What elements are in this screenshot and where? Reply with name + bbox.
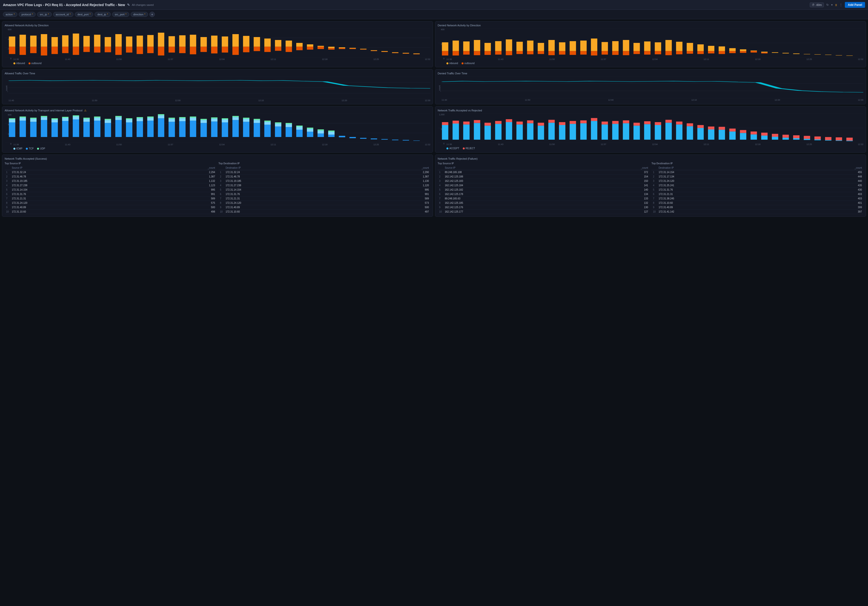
svg-rect-141	[740, 49, 746, 51]
filter-account-id[interactable]: account_id *	[53, 12, 73, 17]
svg-rect-177	[41, 120, 47, 137]
svg-rect-29	[136, 47, 143, 54]
legend-reject-label: REJECT	[466, 147, 475, 150]
svg-rect-169	[9, 119, 15, 122]
svg-rect-190	[84, 119, 90, 122]
failure-sub-tables: Top Source IP Source IP _count 189.248.1…	[438, 162, 863, 214]
legend-denied-outbound: outbound	[462, 62, 475, 65]
svg-rect-237	[254, 123, 260, 137]
svg-rect-103	[538, 43, 544, 51]
protocol-chart: 600 400 200 0	[5, 113, 430, 150]
legend-reject: REJECT	[463, 147, 475, 150]
svg-rect-4	[9, 37, 15, 47]
panel-denied-by-direction-title: Denied Network Activity by Direction	[438, 24, 863, 27]
panel-denied-by-direction: Denied Network Activity by Direction 400…	[435, 21, 866, 67]
svg-rect-116	[601, 51, 608, 54]
filter-action[interactable]: action *	[3, 12, 17, 17]
svg-rect-308	[634, 126, 640, 139]
svg-rect-174	[30, 122, 37, 137]
filter-src-ip[interactable]: src_ip *	[37, 12, 51, 17]
svg-rect-205	[136, 118, 143, 121]
legend-protocol: ICMP TCP UDP	[13, 147, 430, 150]
legend-outbound: outbound	[28, 62, 42, 65]
svg-rect-247	[285, 124, 292, 127]
svg-rect-279	[474, 120, 480, 123]
add-panel-button[interactable]: Add Panel	[845, 2, 865, 8]
svg-rect-326	[729, 132, 736, 139]
filter-icon[interactable]: ⧖	[835, 3, 837, 6]
svg-rect-50	[254, 37, 260, 47]
svg-rect-60	[307, 44, 313, 47]
table-row: 5172.31.31.76430	[651, 188, 863, 192]
svg-rect-309	[634, 122, 640, 126]
table-row: 3172.31.24.120440	[651, 179, 863, 183]
svg-rect-189	[84, 122, 90, 137]
svg-rect-307	[623, 121, 629, 123]
filter-direction[interactable]: direction *	[131, 12, 148, 17]
svg-rect-289	[527, 121, 533, 123]
filter-protocol[interactable]: protocol *	[19, 12, 36, 17]
svg-rect-262	[349, 137, 356, 138]
more-icon[interactable]: ⋮	[840, 3, 842, 6]
filter-dest-port[interactable]: dest_port *	[75, 12, 93, 17]
svg-rect-132	[687, 51, 693, 54]
add-filter-button[interactable]: +	[149, 12, 155, 17]
legend-allowed-direction: inbound outbound	[13, 62, 430, 65]
svg-rect-25	[115, 47, 122, 55]
filter-src-ip-asterisk: *	[48, 13, 49, 16]
svg-rect-7	[20, 47, 26, 55]
svg-rect-137	[719, 46, 725, 51]
svg-rect-131	[687, 43, 693, 51]
time-range-picker[interactable]: ⏱ -60m	[810, 2, 824, 7]
legend-inbound: inbound	[13, 62, 25, 65]
svg-rect-215	[169, 118, 175, 119]
svg-rect-278	[474, 123, 480, 139]
denied-time-svg-wrapper	[442, 76, 863, 98]
svg-rect-52	[264, 39, 271, 47]
failure-source-ip-col-ip: Source IP	[443, 166, 583, 170]
svg-rect-119	[623, 40, 629, 51]
svg-rect-320	[698, 128, 704, 139]
svg-rect-200	[115, 116, 122, 117]
legend-tcp-label: TCP	[29, 147, 34, 150]
failure-source-ip-title: Top Source IP	[438, 162, 649, 165]
svg-rect-230	[222, 118, 228, 119]
svg-rect-28	[136, 36, 143, 47]
svg-rect-53	[264, 47, 271, 52]
svg-rect-342	[814, 139, 821, 140]
table-row: 2162.142.125.188154	[438, 175, 649, 179]
svg-rect-49	[243, 47, 250, 53]
svg-rect-328	[740, 133, 746, 139]
denied-inbound-dot	[446, 62, 448, 64]
svg-rect-283	[495, 121, 502, 124]
svg-rect-260	[328, 131, 335, 132]
table-row: 2172.31.17.134448	[651, 175, 863, 179]
success-source-ip-table: Top Source IP Source IP _count 1172.31.3…	[5, 162, 217, 214]
filter-dest-ip[interactable]: dest_ip *	[95, 12, 110, 17]
svg-rect-88	[453, 51, 459, 56]
table-row: 9172.31.40.89500	[5, 205, 217, 210]
svg-rect-80	[413, 53, 420, 54]
refresh-icon[interactable]: ↻	[826, 3, 829, 6]
svg-rect-306	[623, 123, 629, 139]
svg-rect-242	[264, 121, 271, 122]
filter-src-port[interactable]: src_port *	[112, 12, 129, 17]
failure-dest-ip-data-table: Destination IP _count 1172.31.14.1544552…	[651, 166, 863, 214]
svg-rect-295	[559, 122, 566, 125]
svg-rect-231	[232, 120, 239, 137]
y-axis-label-allowed-time: _count	[5, 76, 9, 102]
svg-rect-94	[485, 51, 491, 55]
svg-rect-48	[243, 36, 250, 46]
filter-dest-port-asterisk: *	[90, 13, 91, 16]
svg-rect-107	[559, 42, 566, 51]
svg-rect-33	[158, 47, 164, 56]
filter-action-asterisk: *	[14, 13, 15, 16]
chevron-down-icon[interactable]: ▾	[831, 3, 832, 6]
inbound-dot	[13, 62, 16, 64]
svg-rect-77	[392, 53, 398, 53]
edit-icon[interactable]: ✎	[127, 3, 130, 7]
svg-rect-109	[570, 41, 576, 51]
svg-rect-311	[644, 121, 651, 124]
denied-time-chart-wrapper: _count 11:40 11:50 12:00 12:10	[438, 76, 863, 101]
svg-rect-118	[612, 51, 618, 55]
